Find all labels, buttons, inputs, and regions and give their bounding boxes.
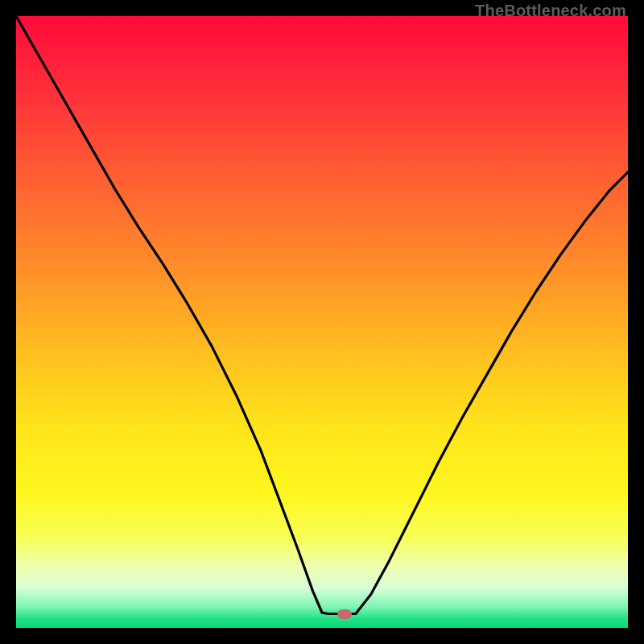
plot-area [16, 16, 628, 628]
watermark-text: TheBottleneck.com [475, 2, 626, 20]
minimum-marker [337, 609, 352, 619]
bottleneck-curve [16, 16, 628, 628]
chart-frame: TheBottleneck.com [0, 0, 644, 644]
